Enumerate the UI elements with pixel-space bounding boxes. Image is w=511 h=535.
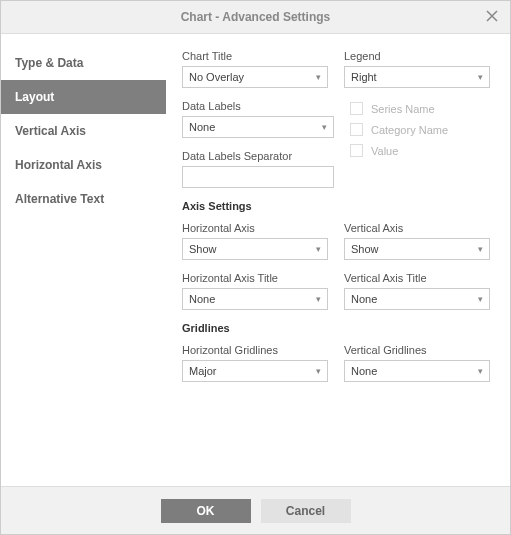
legend-value: Right [351,71,377,83]
chart-title-select[interactable]: No Overlay ▾ [182,66,328,88]
chevron-down-icon: ▾ [478,72,483,82]
horizontal-axis-select[interactable]: Show ▾ [182,238,328,260]
dialog-body: Type & Data Layout Vertical Axis Horizon… [1,34,510,486]
category-name-label: Category Name [371,124,448,136]
chart-advanced-settings-dialog: Chart - Advanced Settings Type & Data La… [0,0,511,535]
vertical-gridlines-label: Vertical Gridlines [344,344,490,356]
vertical-axis-title-select[interactable]: None ▾ [344,288,490,310]
horizontal-axis-title-select[interactable]: None ▾ [182,288,328,310]
checkbox-icon [350,123,363,136]
sidebar-item-label: Horizontal Axis [15,158,102,172]
series-name-label: Series Name [371,103,435,115]
sidebar-item-label: Type & Data [15,56,83,70]
category-name-checkbox: Category Name [350,123,490,136]
chevron-down-icon: ▾ [478,294,483,304]
close-icon[interactable] [484,8,500,24]
chevron-down-icon: ▾ [316,294,321,304]
sidebar-item-alternative-text[interactable]: Alternative Text [1,182,166,216]
cancel-button[interactable]: Cancel [261,499,351,523]
horizontal-axis-value: Show [189,243,217,255]
titlebar: Chart - Advanced Settings [1,1,510,34]
checkbox-icon [350,102,363,115]
horizontal-axis-title-label: Horizontal Axis Title [182,272,328,284]
chevron-down-icon: ▾ [316,72,321,82]
dialog-footer: OK Cancel [1,486,510,534]
chevron-down-icon: ▾ [478,366,483,376]
horizontal-gridlines-select[interactable]: Major ▾ [182,360,328,382]
horizontal-axis-label: Horizontal Axis [182,222,328,234]
ok-button[interactable]: OK [161,499,251,523]
sidebar-item-layout[interactable]: Layout [1,80,166,114]
data-labels-value: None [189,121,215,133]
axis-settings-title: Axis Settings [182,200,490,212]
vertical-axis-title-label: Vertical Axis Title [344,272,490,284]
sidebar-item-type-data[interactable]: Type & Data [1,46,166,80]
data-labels-select[interactable]: None ▾ [182,116,334,138]
series-name-checkbox: Series Name [350,102,490,115]
sidebar-item-label: Alternative Text [15,192,104,206]
sidebar: Type & Data Layout Vertical Axis Horizon… [1,34,166,486]
chevron-down-icon: ▾ [478,244,483,254]
layout-panel: Chart Title No Overlay ▾ Legend Right ▾ [166,34,510,486]
horizontal-gridlines-value: Major [189,365,217,377]
horizontal-gridlines-label: Horizontal Gridlines [182,344,328,356]
sidebar-item-horizontal-axis[interactable]: Horizontal Axis [1,148,166,182]
horizontal-axis-title-value: None [189,293,215,305]
sidebar-item-vertical-axis[interactable]: Vertical Axis [1,114,166,148]
value-checkbox: Value [350,144,490,157]
vertical-gridlines-select[interactable]: None ▾ [344,360,490,382]
checkbox-icon [350,144,363,157]
vertical-gridlines-value: None [351,365,377,377]
data-labels-label: Data Labels [182,100,334,112]
chevron-down-icon: ▾ [322,122,327,132]
legend-label: Legend [344,50,490,62]
legend-select[interactable]: Right ▾ [344,66,490,88]
value-label: Value [371,145,398,157]
sidebar-item-label: Layout [15,90,54,104]
chevron-down-icon: ▾ [316,366,321,376]
gridlines-title: Gridlines [182,322,490,334]
dialog-title: Chart - Advanced Settings [181,10,331,24]
chart-title-value: No Overlay [189,71,244,83]
data-labels-separator-input[interactable] [182,166,334,188]
vertical-axis-select[interactable]: Show ▾ [344,238,490,260]
chart-title-label: Chart Title [182,50,328,62]
vertical-axis-label: Vertical Axis [344,222,490,234]
sidebar-item-label: Vertical Axis [15,124,86,138]
data-labels-separator-label: Data Labels Separator [182,150,334,162]
vertical-axis-value: Show [351,243,379,255]
chevron-down-icon: ▾ [316,244,321,254]
vertical-axis-title-value: None [351,293,377,305]
